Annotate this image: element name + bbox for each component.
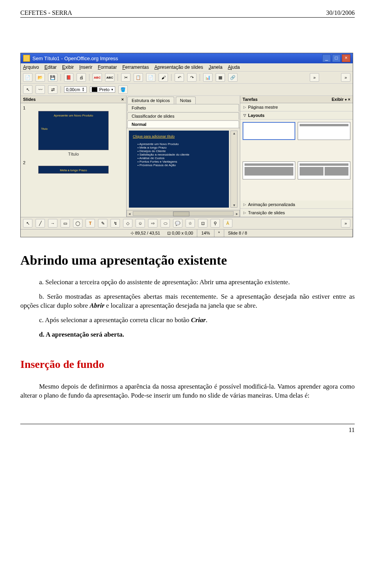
menu-ajuda[interactable]: Ajuda [228,65,240,70]
statusbar: ⊹ 89,52 / 43,51 ⊡ 0,00 x 0,00 14% * Slid… [21,229,353,237]
slide-editor[interactable]: Clique para adicionar título • Apresente… [129,131,229,208]
tab-notes[interactable]: Notas [176,97,196,104]
line-icon[interactable]: ╱ [36,219,45,228]
export-pdf-icon[interactable]: 📕 [64,73,73,82]
thumb-caption: Título [23,152,124,156]
menu-exibir[interactable]: Exibir [62,65,74,70]
hyperlink-icon[interactable]: 🔗 [228,73,238,82]
connector-icon[interactable]: ↯ [111,219,120,228]
block-arrows-icon[interactable]: ⇨ [148,219,157,228]
fill-icon[interactable]: 🪣 [118,85,128,94]
glue-icon[interactable]: ⚲ [211,219,220,228]
line-width-input[interactable]: 0,00cm ▲▼ [64,86,87,93]
points-icon[interactable]: ⊡ [198,219,207,228]
cut-icon[interactable]: ✂ [121,73,130,82]
text-icon[interactable]: T [86,219,95,228]
status-slide: Slide 8 / 8 [224,229,353,237]
tasks-view-link[interactable]: Exibir [332,97,344,102]
more-draw-icon[interactable]: » [341,219,350,228]
slide-thumb-1[interactable]: 1 Apresente um Novo Produto Titulo Títul… [23,106,124,156]
table-icon[interactable]: ▦ [216,73,225,82]
ellipse-icon[interactable]: ◯ [73,219,82,228]
spellcheck-icon[interactable]: ABC [93,73,102,82]
task-master-pages[interactable]: ▷Páginas mestre [240,103,353,111]
print-icon[interactable]: 🖨 [77,73,86,82]
more2-icon[interactable]: » [341,73,350,82]
pointer-icon[interactable]: ↖ [23,219,32,228]
flowchart-icon[interactable]: ⬭ [161,219,170,228]
menu-ferramentas[interactable]: Ferramentas [122,65,149,70]
heading-insercao: Inserção de fundo [20,358,355,371]
slides-panel: Slides × 1 Apresente um Novo Produto Tit… [21,96,127,217]
chart-icon[interactable]: 📊 [203,73,212,82]
save-icon[interactable]: 💾 [48,73,57,82]
layout-option[interactable] [243,161,295,179]
horizontal-scrollbar[interactable]: ◂▸ [127,210,240,217]
menu-inserir[interactable]: Inserir [79,65,92,70]
color-select[interactable]: Preto ▾ [90,86,115,93]
menu-editar[interactable]: Editar [45,65,57,70]
menubar[interactable]: Arquivo Editar Exibir Inserir Formatar F… [21,63,353,72]
tab-sorter[interactable]: Classificador de slides [127,112,239,120]
close-button[interactable]: × [342,54,350,62]
para-a: a. Selecionar a terceira opção do assist… [20,278,355,287]
toolbar-standard: 📄 📂 💾 📕 🖨 ABC ABC ✂ 📋 📄 🖌 ↶ ↷ 📊 ▦ 🔗 » » [21,72,353,84]
page-number: 11 [20,424,355,434]
arrow-end-icon[interactable]: ⇄ [48,85,57,94]
view-tabs: Estrutura de tópicos Notas Folheto Class… [127,96,240,128]
arrow-select-icon[interactable]: ↖ [23,85,32,94]
minimize-button[interactable]: _ [322,54,331,62]
menu-formatar[interactable]: Formatar [98,65,117,70]
tab-outline[interactable]: Estrutura de tópicos [127,97,174,104]
app-icon [23,55,30,62]
titlebar: Sem Título1 - OpenOffice.org Impress _ □… [21,53,353,63]
layouts-grid [240,120,353,201]
slides-panel-title: Slides [23,97,36,102]
para-b: b. Serão mostradas as apresentações aber… [20,292,355,310]
window-title: Sem Título1 - OpenOffice.org Impress [32,56,118,61]
status-zoom[interactable]: 14% [197,229,214,237]
tab-normal[interactable]: Normal [127,120,239,128]
para-insercao: Mesmo depois de definirmos a aparência d… [20,382,355,400]
basic-shapes-icon[interactable]: ◇ [123,219,132,228]
menu-arquivo[interactable]: Arquivo [23,65,39,70]
close-panel-icon[interactable]: × [121,97,124,102]
curve-icon[interactable]: ✎ [98,219,107,228]
center-panel: Estrutura de tópicos Notas Folheto Class… [127,96,240,217]
impress-screenshot: Sem Título1 - OpenOffice.org Impress _ □… [20,53,353,237]
paste-icon[interactable]: 📄 [146,73,155,82]
header-right: 30/10/2006 [326,9,355,16]
layout-option[interactable] [298,161,350,179]
more-icon[interactable]: » [310,73,319,82]
new-icon[interactable]: 📄 [23,73,32,82]
heading-abrindo: Abrindo uma apresentação existente [20,253,355,268]
tab-handout[interactable]: Folheto [127,104,239,111]
redo-icon[interactable]: ↷ [187,73,196,82]
maximize-button[interactable]: □ [332,54,341,62]
vertical-scrollbar[interactable]: ▴▾ [230,131,238,208]
fontwork-icon[interactable]: Â [223,219,232,228]
layout-option[interactable] [243,122,295,140]
star-icon[interactable]: ☆ [186,219,195,228]
menu-janela[interactable]: Janela [209,65,222,70]
callout-icon[interactable]: 💬 [173,219,182,228]
menu-apresentacao[interactable]: Apresentação de slides [154,65,203,70]
layout-option[interactable] [298,122,350,140]
task-custom-animation[interactable]: ▷Animação personalizada [240,201,353,209]
autospell-icon[interactable]: ABC [105,73,114,82]
open-icon[interactable]: 📂 [36,73,45,82]
tasks-panel: Tarefas Exibir ▾ × ▷Páginas mestre ▽Layo… [240,96,353,217]
tasks-title: Tarefas [243,97,257,102]
smiley-icon[interactable]: ☺ [136,219,145,228]
rect-icon[interactable]: ▭ [61,219,70,228]
task-slide-transition[interactable]: ▷Transição de slides [240,209,353,217]
line-style-icon[interactable]: 〰 [36,85,45,94]
copy-icon[interactable]: 📋 [134,73,143,82]
brush-icon[interactable]: 🖌 [159,73,168,82]
para-c: c. Após selecionar a apresentação corret… [20,316,355,325]
undo-icon[interactable]: ↶ [175,73,184,82]
task-layouts[interactable]: ▽Layouts [240,111,353,120]
slide-thumb-2[interactable]: 2 Meta a longo Prazo [23,160,124,174]
header-left: CEFETES - SERRA [20,9,72,16]
arrow-icon[interactable]: → [48,219,57,228]
